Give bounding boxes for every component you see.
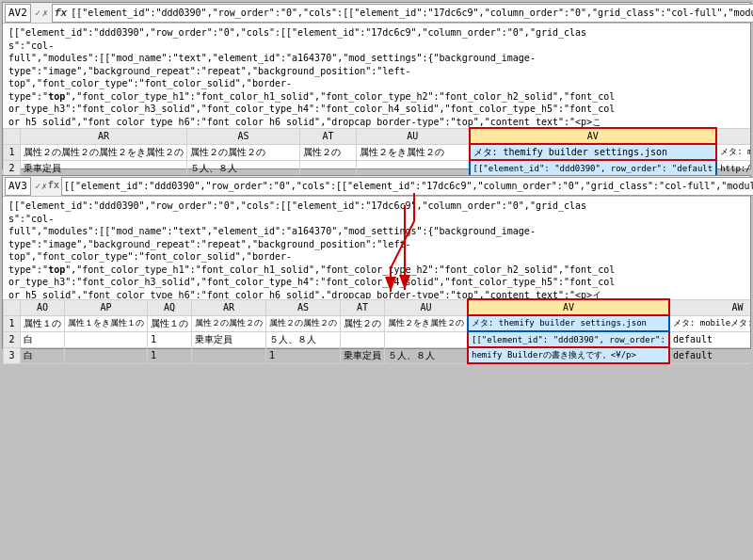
cell-au1[interactable]: 属性２をき属性２の [357, 144, 470, 160]
top-cell-content: [["element_id":"ddd0390","row_order":"0"… [3, 24, 750, 127]
m-at3[interactable]: 乗車定員 [341, 347, 385, 363]
middle-content-text: [["element_id":"ddd0390","row_order":"0"… [8, 200, 615, 298]
table-row: 2 乗車定員 ５人、８人 [["element_id": "ddd0390", … [4, 160, 751, 176]
row-num-2: 2 [4, 160, 21, 176]
table-row: 2 白 1 乗車定員 ５人、８人 [["element_id": "ddd039… [4, 331, 751, 347]
m-aq3[interactable]: 1 [148, 347, 192, 363]
middle-col-aw[interactable]: AW [669, 299, 750, 315]
m-at2[interactable] [341, 331, 385, 347]
col-header-ar[interactable]: AR [21, 128, 187, 144]
m-as1[interactable]: 属性２の属性２の [266, 315, 341, 331]
m-ao2[interactable]: 白 [21, 331, 65, 347]
top-panel: AV2 ✓ ✗ fx [["element_id":"ddd0390","row… [2, 2, 751, 169]
m-ap1[interactable]: 属性１をき属性１の [65, 315, 148, 331]
col-header-as[interactable]: AS [187, 128, 300, 144]
middle-formula-bar: AV3 ✓ ✗ fx [["element_id":"ddd0390","row… [3, 176, 750, 197]
middle-cross-icon: ✗ [41, 181, 47, 192]
m-ao3[interactable]: 白 [21, 347, 65, 363]
row-header-empty [4, 128, 21, 144]
m-as3[interactable]: 1 [266, 347, 341, 363]
middle-cell-ref[interactable]: AV3 [5, 177, 31, 196]
top-formula-area: fx [["element_id":"ddd0390","row_order":… [52, 4, 753, 23]
m-au3[interactable]: ５人、８人 [385, 347, 469, 363]
middle-formula-area: [["element_id":"ddd0390","row_order":"0"… [61, 177, 753, 196]
middle-panel: AV3 ✓ ✗ fx [["element_id":"ddd0390","row… [2, 175, 751, 349]
cell-at1[interactable]: 属性２の [300, 144, 357, 160]
row-num-1: 1 [4, 144, 21, 160]
m-aw2[interactable]: default [669, 331, 750, 347]
table-row: 1 属性１の 属性１をき属性１の 属性１の 属性２の属性２の 属性２の属性２の … [4, 315, 751, 331]
cell-av1[interactable]: メタ: themify builder settings.json [470, 144, 717, 160]
cell-aw1[interactable]: メタ: mobileメタ: post_irメタ: _produメタ: _butt… [716, 144, 750, 160]
middle-rn1: 1 [4, 315, 21, 331]
m-av1[interactable]: メタ: themify builder settings.json [468, 315, 669, 331]
m-ap2[interactable] [65, 331, 148, 347]
cell-ar1[interactable]: 属性２の属性２の属性２をき属性２の [21, 144, 187, 160]
top-formula-text: [["element_id":"ddd0390","row_order":"0"… [71, 7, 753, 20]
m-aq2[interactable]: 1 [148, 331, 192, 347]
m-aw3[interactable]: default [669, 347, 750, 363]
m-as2[interactable]: ５人、８人 [266, 331, 341, 347]
m-aq1[interactable]: 属性１の [148, 315, 192, 331]
middle-col-ap[interactable]: AP [65, 299, 148, 315]
middle-rn2: 2 [4, 331, 21, 347]
middle-col-ao[interactable]: AO [21, 299, 65, 315]
m-at1[interactable]: 属性２の [341, 315, 385, 331]
col-header-at[interactable]: AT [300, 128, 357, 144]
middle-col-at[interactable]: AT [341, 299, 385, 315]
m-ar3[interactable] [192, 347, 266, 363]
fx-label: fx [55, 8, 67, 19]
cell-au2[interactable] [357, 160, 470, 176]
m-ap3[interactable] [65, 347, 148, 363]
col-header-au[interactable]: AU [357, 128, 470, 144]
top-content-text: [["element_id":"ddd0390","row_order":"0"… [8, 27, 615, 127]
top-cell-ref[interactable]: AV2 [5, 4, 31, 23]
checkmark-icon: ✓ [35, 8, 40, 19]
middle-col-ar[interactable]: AR [192, 299, 266, 315]
cell-ar2[interactable]: 乗車定員 [21, 160, 187, 176]
m-av3[interactable]: hemify Builderの書き換えです。<¥/p> [468, 347, 669, 363]
middle-col-as[interactable]: AS [266, 299, 341, 315]
m-au1[interactable]: 属性２をき属性２の [385, 315, 469, 331]
cross-icon: ✗ [42, 8, 48, 19]
cell-aw2[interactable]: http://interimeasy-wordpress.work/wp-con… [716, 160, 750, 176]
m-ao1[interactable]: 属性１の [21, 315, 65, 331]
cell-as2[interactable]: ５人、８人 [187, 160, 300, 176]
col-header-av[interactable]: AV [470, 128, 717, 144]
middle-col-aq[interactable]: AQ [148, 299, 192, 315]
m-av2[interactable]: [["element_id": "ddd0390", row_order": [468, 331, 669, 347]
cell-as1[interactable]: 属性２の属性２の [187, 144, 300, 160]
m-ar1[interactable]: 属性２の属性２の [192, 315, 266, 331]
middle-col-av[interactable]: AV [468, 299, 669, 315]
middle-col-au[interactable]: AU [385, 299, 469, 315]
main-container: AV2 ✓ ✗ fx [["element_id":"ddd0390","row… [0, 0, 753, 351]
table-row: 3 白 1 1 乗車定員 ５人、８人 hemify Builderの書き換えです… [4, 347, 751, 363]
col-header-aw[interactable]: AW [716, 128, 750, 144]
middle-cell-content: [["element_id":"ddd0390","row_order":"0"… [3, 197, 750, 298]
m-ar2[interactable]: 乗車定員 [192, 331, 266, 347]
cell-at2[interactable] [300, 160, 357, 176]
cell-av2[interactable]: [["element_id": "ddd0390", row_order": "… [470, 160, 717, 176]
middle-formula-text: [["element_id":"ddd0390","row_order":"0"… [64, 180, 753, 193]
middle-grid: AO AP AQ AR AS AT AU AV AW AX 1 [3, 298, 750, 364]
m-au2[interactable] [385, 331, 469, 347]
middle-rn3: 3 [4, 347, 21, 363]
middle-row-header-empty [4, 299, 21, 315]
middle-checkmark-icon: ✓ [35, 181, 40, 192]
middle-fx-icon: fx [48, 181, 59, 191]
m-aw1[interactable]: メタ: mobileメタ: post_irメ [669, 315, 750, 331]
top-formula-bar: AV2 ✓ ✗ fx [["element_id":"ddd0390","row… [3, 3, 750, 24]
table-row: 1 属性２の属性２の属性２をき属性２の 属性２の属性２の 属性２の 属性２をき属… [4, 144, 751, 160]
